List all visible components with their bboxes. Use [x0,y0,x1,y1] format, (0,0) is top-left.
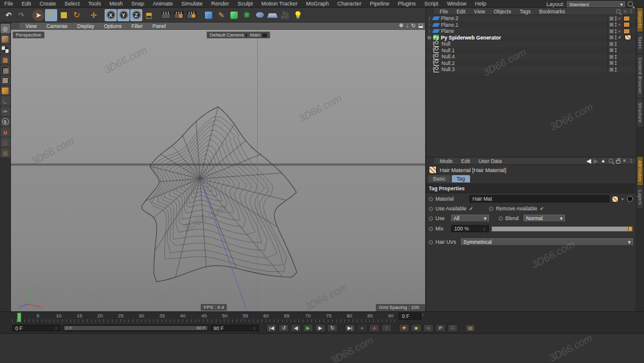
phong-tag-icon[interactable] [623,16,630,21]
tab-takes[interactable]: Takes [637,33,643,53]
section-tag-properties[interactable]: Tag Properties [426,184,635,193]
autokey-button[interactable]: ● [369,324,379,332]
material-picker-arrow[interactable]: ▸ [621,196,625,201]
menu-help[interactable]: Help [471,0,491,8]
tab-structure[interactable]: Structure [637,99,643,126]
previous-frame-button[interactable]: ◀ [291,324,301,332]
menu-sculpt[interactable]: Sculpt [234,0,257,8]
menu-mesh[interactable]: Mesh [105,0,127,8]
om-menu-edit[interactable]: Edit [452,9,470,15]
add-generator-button[interactable] [228,9,240,21]
panel-grip[interactable] [426,8,434,15]
attr-menu-edit[interactable]: Edit [457,158,474,164]
magnet-snap-button[interactable]: ∪ [1,127,10,137]
mix-slider-handle[interactable] [628,226,632,232]
viewport-solo-button[interactable]: ✑ [1,106,10,116]
menu-pipeline[interactable]: Pipeline [365,0,393,8]
menu-simulate[interactable]: Simulate [177,0,207,8]
menu-mograph[interactable]: MoGraph [302,0,333,8]
menu-tools[interactable]: Tools [84,0,105,8]
mix-slider[interactable] [491,226,633,232]
add-camera-button[interactable]: 🎥 [279,9,291,21]
add-light-button[interactable]: 💡 [292,9,304,21]
object-row-plane[interactable]: ├ Plane × [426,28,635,35]
om-menu-tags[interactable]: Tags [515,9,535,15]
hair-uvs-dropdown[interactable]: Symmetrical▾ [461,238,633,246]
lock-icon[interactable] [616,160,620,164]
play-backward-button[interactable]: ↺ [279,324,289,332]
visibility-dots[interactable] [615,35,617,40]
zoom-view-icon[interactable]: ↓ [406,22,409,29]
disabled-x-icon[interactable]: × [618,29,621,34]
layer-toggle[interactable] [609,35,614,40]
enabled-check-icon[interactable]: ✓ [618,35,622,40]
om-menu-bookmarks[interactable]: Bookmarks [535,9,569,15]
end-frame-field[interactable]: 90 F↕ [210,325,259,331]
viewport-grip[interactable] [11,22,19,30]
viewport-menu-display[interactable]: Display [72,23,99,29]
menu-file[interactable]: File [0,0,18,8]
param-knob[interactable] [429,227,433,231]
material-field[interactable]: Hair Mat [469,195,609,202]
parent-up-icon[interactable]: ▲ [601,158,606,164]
last-tool[interactable]: ✢ [88,9,100,21]
edges-mode-button[interactable] [1,75,10,85]
polygons-mode-button[interactable] [1,86,10,95]
layer-toggle[interactable] [609,67,614,72]
menu-motion-tracker[interactable]: Motion Tracker [257,0,302,8]
undo-button[interactable]: ↶ [2,9,15,21]
panel-grip[interactable] [426,157,434,165]
panel-label[interactable]: Main [247,32,270,38]
live-selection-tool[interactable]: ➤ [32,9,44,21]
rotate-tool[interactable]: ↻ [71,9,83,21]
menu-plugins[interactable]: Plugins [393,0,420,8]
menu-window[interactable]: Window [443,0,471,8]
phong-tag-icon[interactable] [623,29,630,34]
key-rotation-toggle[interactable]: ○ [423,324,434,332]
add-deformer-button[interactable]: ❋ [241,9,253,21]
goto-end-button[interactable]: ▶| [345,324,355,332]
param-knob[interactable] [499,216,503,221]
layer-toggle[interactable] [609,61,614,65]
object-row-spiderweb-generator[interactable]: ⊟ Py Py Spiderweb Generator ✓ [426,35,635,41]
render-view-button[interactable] [160,9,172,21]
visibility-dots[interactable] [615,42,617,46]
key-pla-toggle[interactable]: ∷ [448,324,458,332]
remove-available-checkbox[interactable]: ✓ [539,206,544,212]
move-tool[interactable]: ✢ [45,9,57,21]
use-available-checkbox[interactable]: ✓ [469,206,473,212]
loop-button[interactable]: ↻ [327,324,338,332]
visibility-dots[interactable] [615,61,617,65]
snap-settings-button[interactable]: S [1,117,10,126]
use-dropdown[interactable]: All▾ [451,215,489,222]
tab-objects[interactable]: Objects [637,8,643,32]
layer-toggle[interactable] [609,55,614,59]
view-label[interactable]: Perspective [13,32,44,38]
axis-mode-button[interactable]: ∟ [1,96,10,106]
om-home-icon[interactable]: ⌂ [623,9,626,14]
menu-script[interactable]: Script [420,0,443,8]
om-path-icon[interactable]: ↥ [629,9,633,14]
start-frame-field[interactable]: 0 F↕ [12,325,61,331]
add-environment-button[interactable] [254,9,266,21]
param-knob[interactable] [489,207,493,211]
tab-tag[interactable]: Tag [452,175,470,182]
tab-content-browser[interactable]: Content Browser [637,54,643,98]
timeline-panel-button[interactable]: ▤ [465,324,476,332]
next-frame-button[interactable]: ▶ [315,324,325,332]
disabled-x-icon[interactable]: × [618,16,621,21]
eyedropper-icon[interactable] [627,196,633,202]
workplane-mode-button[interactable]: ▦ [1,55,10,64]
tab-attributes[interactable]: Attributes [637,157,643,185]
keyframe-help-button[interactable]: ? [381,324,392,332]
menu-character[interactable]: Character [333,0,366,8]
menu-create[interactable]: Create [35,0,60,8]
layer-toggle[interactable] [609,29,614,33]
object-row-null3[interactable]: └ Null.3 [426,66,635,73]
attr-menu-mode[interactable]: Mode [435,158,457,164]
points-mode-button[interactable] [1,65,10,75]
layer-toggle[interactable] [609,42,614,46]
viewport-menu-cameras[interactable]: Cameras [41,23,72,29]
viewport-menu-panel[interactable]: Panel [148,23,171,29]
visibility-dots[interactable] [615,67,617,72]
